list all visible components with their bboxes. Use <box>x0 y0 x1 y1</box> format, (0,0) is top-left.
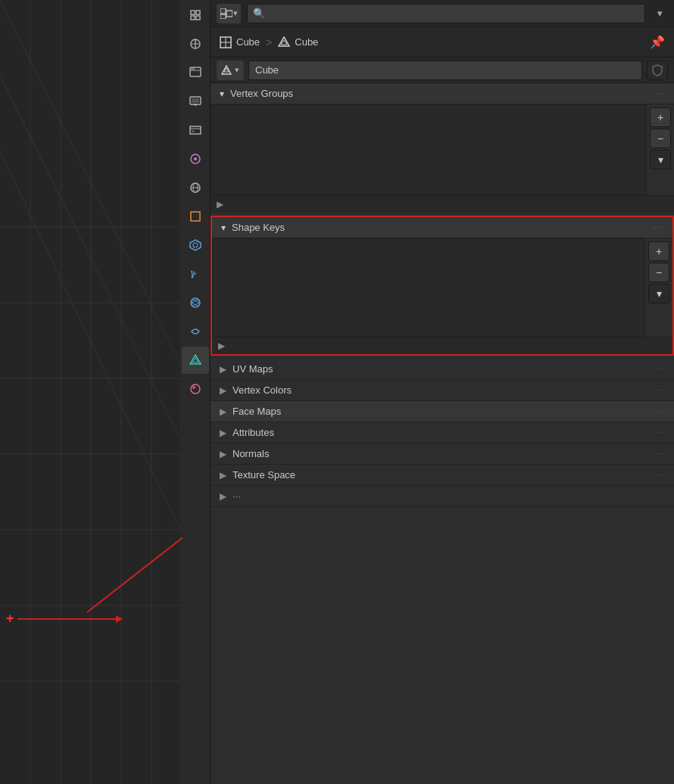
vertex-groups-indicator: · · · · · · · · · · · · · · <box>229 201 316 208</box>
mesh-type-icon <box>221 65 232 76</box>
object-icon[interactable] <box>182 203 209 230</box>
material-icon[interactable] <box>182 375 209 403</box>
plus-annotation: + <box>6 611 14 627</box>
svg-rect-27 <box>192 98 199 103</box>
breadcrumb-separator: > <box>266 36 272 48</box>
texture-space-chevron: ▶ <box>220 470 226 481</box>
svg-line-1 <box>0 151 180 530</box>
uv-maps-section[interactable]: ▶ UV Maps ···· <box>211 359 674 380</box>
world-icon[interactable] <box>182 174 209 201</box>
shape-key-options-button[interactable]: ▾ <box>648 284 669 303</box>
breadcrumb-mesh[interactable]: Cube <box>278 36 318 48</box>
face-maps-chevron: ▶ <box>220 406 226 417</box>
svg-line-0 <box>0 76 180 439</box>
data-block-name-field[interactable]: Cube <box>248 61 642 80</box>
breadcrumb-object[interactable]: Cube <box>220 36 260 48</box>
vertex-colors-dots: ···· <box>654 386 665 394</box>
svg-point-34 <box>194 157 197 160</box>
add-shape-key-button[interactable]: + <box>648 241 669 261</box>
breadcrumb-mesh-label: Cube <box>295 36 318 48</box>
breadcrumb-bar: Cube > Cube 📌 <box>211 27 674 58</box>
uv-maps-title: UV Maps <box>232 363 654 375</box>
data-block-row: ▾ Cube <box>211 58 674 83</box>
svg-point-45 <box>191 271 192 272</box>
view-layer-icon[interactable] <box>182 117 209 144</box>
svg-rect-18 <box>196 16 200 20</box>
top-bar: ▾ 🔍 ▾ <box>211 0 674 27</box>
shape-keys-list-area: + − ▾ <box>212 238 672 337</box>
scene-render-icon[interactable] <box>182 30 209 58</box>
attributes-title: Attributes <box>232 427 654 438</box>
more-section[interactable]: ▶ ··· <box>211 486 674 507</box>
normals-dots: ···· <box>654 450 665 458</box>
vertex-group-options-button[interactable]: ▾ <box>650 150 671 170</box>
pin-button[interactable]: 📌 <box>650 35 665 49</box>
face-maps-dots: ···· <box>654 407 665 415</box>
vertex-groups-dots: ···· <box>654 89 665 98</box>
remove-shape-key-button[interactable]: − <box>648 263 669 282</box>
shape-keys-section: ▾ Shape Keys ···· + − ▾ ▶ · · · · · · · … <box>211 216 674 356</box>
vertex-groups-header[interactable]: ▾ Vertex Groups ···· <box>211 83 674 104</box>
attributes-chevron: ▶ <box>220 428 226 438</box>
properties-panel: ▾ 🔍 ▾ Cube > Cube <box>211 0 674 784</box>
search-container: 🔍 <box>247 4 645 23</box>
mesh-data-icon[interactable] <box>182 347 209 374</box>
svg-rect-38 <box>191 212 200 221</box>
svg-point-44 <box>193 272 195 273</box>
vertex-colors-chevron: ▶ <box>220 385 226 396</box>
mesh-icon <box>278 36 290 48</box>
svg-rect-32 <box>192 130 195 132</box>
constraints-icon[interactable] <box>182 318 209 345</box>
svg-rect-56 <box>226 11 232 17</box>
normals-title: Normals <box>232 448 654 459</box>
tool-icon[interactable] <box>182 2 209 29</box>
vertex-group-play-button[interactable]: ▶ <box>217 199 223 210</box>
vertex-colors-title: Vertex Colors <box>232 384 654 396</box>
texture-space-title: Texture Space <box>232 469 654 481</box>
search-input[interactable] <box>247 4 645 23</box>
svg-line-42 <box>192 272 192 276</box>
physics-icon[interactable] <box>182 289 209 316</box>
shape-keys-header[interactable]: ▾ Shape Keys ···· <box>212 217 672 238</box>
svg-point-52 <box>191 384 200 394</box>
vertex-groups-list[interactable] <box>211 104 647 195</box>
panel-options-button[interactable]: ▾ <box>651 5 668 22</box>
fake-user-button[interactable] <box>647 61 668 80</box>
face-maps-title: Face Maps <box>232 406 654 417</box>
svg-rect-15 <box>191 11 195 14</box>
svg-line-2 <box>0 0 180 363</box>
shape-keys-buttons: + − ▾ <box>645 238 672 337</box>
render-properties-icon[interactable] <box>182 59 209 86</box>
editor-type-button[interactable]: ▾ <box>217 4 241 23</box>
normals-section[interactable]: ▶ Normals ···· <box>211 443 674 465</box>
remove-vertex-group-button[interactable]: − <box>650 129 671 148</box>
vertex-colors-section[interactable]: ▶ Vertex Colors ···· <box>211 380 674 401</box>
face-maps-section[interactable]: ▶ Face Maps ···· <box>211 401 674 422</box>
red-arrow-annotation: + <box>6 611 123 627</box>
panel-content: ▾ Vertex Groups ···· + − ▾ ▶ · · · · · ·… <box>211 83 674 784</box>
shape-keys-chevron: ▾ <box>221 222 226 233</box>
texture-space-section[interactable]: ▶ Texture Space ···· <box>211 465 674 486</box>
particles-icon[interactable] <box>182 260 209 288</box>
shape-keys-title: Shape Keys <box>232 222 652 233</box>
attributes-section[interactable]: ▶ Attributes ···· <box>211 422 674 443</box>
output-icon[interactable] <box>182 88 209 115</box>
shape-keys-dots: ···· <box>652 223 663 232</box>
data-block-type-selector[interactable]: ▾ <box>217 61 244 80</box>
add-vertex-group-button[interactable]: + <box>650 107 671 127</box>
uv-maps-dots: ···· <box>654 365 665 373</box>
svg-marker-62 <box>222 66 231 74</box>
vertex-groups-title: Vertex Groups <box>230 88 654 99</box>
more-chevron: ▶ <box>220 491 226 502</box>
svg-rect-17 <box>196 11 200 14</box>
svg-point-46 <box>195 273 196 275</box>
scene-icon[interactable] <box>182 145 209 173</box>
shape-keys-indicator: · · · · · · · · · · · · · · <box>231 343 317 350</box>
attributes-dots: ···· <box>654 428 665 437</box>
shape-keys-list[interactable] <box>212 238 645 337</box>
uv-maps-chevron: ▶ <box>220 364 226 375</box>
modifier-icon[interactable] <box>182 232 209 259</box>
svg-rect-55 <box>220 14 226 19</box>
vertex-groups-section: ▾ Vertex Groups ···· + − ▾ ▶ · · · · · ·… <box>211 83 674 213</box>
shape-key-play-button[interactable]: ▶ <box>218 341 225 351</box>
